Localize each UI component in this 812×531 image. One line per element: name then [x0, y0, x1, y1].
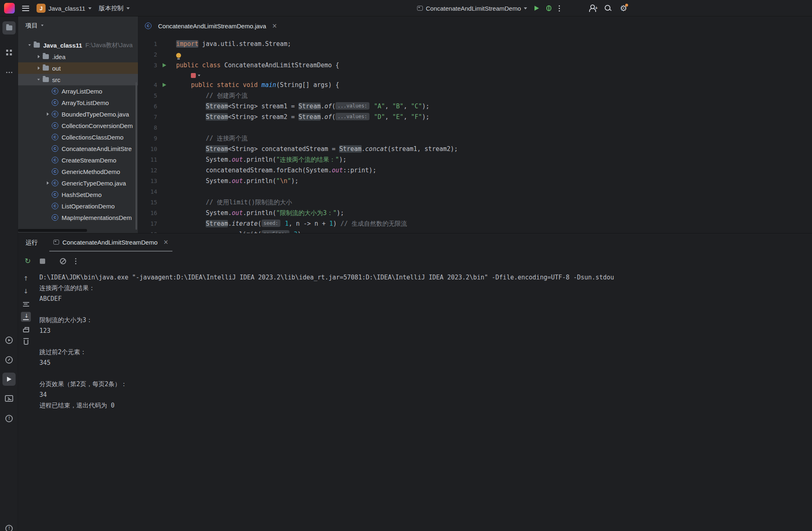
code-text: System.out.println("限制流的大小为3：");: [171, 208, 344, 218]
project-selector[interactable]: J Java_class11: [37, 4, 92, 13]
tree-item[interactable]: CCollectionsClassDemo: [18, 131, 138, 143]
notifications-button[interactable]: [2, 522, 16, 531]
console-line: 34: [39, 389, 812, 400]
code-with-me-button[interactable]: +: [589, 5, 597, 12]
line-number: 17: [138, 218, 157, 229]
code-token: .println(: [243, 209, 276, 217]
run-toolwindow-button[interactable]: [2, 373, 16, 386]
code-vision-row[interactable]: [138, 71, 812, 80]
code-token: static: [217, 81, 239, 89]
run-panel-title: 运行: [25, 239, 38, 247]
clear-output-button[interactable]: [60, 258, 66, 264]
tree-item[interactable]: CCollectionConversionDem: [18, 120, 138, 131]
rerun-button[interactable]: [25, 257, 31, 265]
code-token: [370, 113, 374, 121]
code-editor[interactable]: 1import java.util.stream.Stream;23public…: [138, 35, 812, 233]
tree-item[interactable]: Java_class11F:\Java教材\Java: [18, 39, 138, 51]
run-button[interactable]: [534, 6, 539, 11]
code-token: out: [232, 209, 243, 217]
run-tab[interactable]: ConcatenateAndLimitStreamDemo: [49, 233, 172, 252]
code-token: "A": [374, 103, 385, 110]
editor-tab[interactable]: C ConcatenateAndLimitStreamDemo.java: [145, 16, 277, 35]
search-everywhere-button[interactable]: [604, 5, 612, 12]
more-toolwindows-button[interactable]: [2, 66, 16, 79]
tree-item[interactable]: CHashSetDemo: [18, 189, 138, 200]
app-logo-icon[interactable]: [4, 3, 15, 14]
print-button[interactable]: [21, 325, 31, 334]
project-panel-header[interactable]: 项目: [18, 16, 138, 34]
code-text: System.out.println("\n");: [171, 176, 298, 186]
chevron-down-icon[interactable]: [34, 79, 43, 80]
code-token: Stream: [206, 145, 228, 153]
class-icon: C: [52, 88, 58, 94]
tree-item[interactable]: out: [18, 62, 138, 74]
scroll-to-end-button[interactable]: [21, 312, 31, 322]
code-token: <String> stream1 =: [228, 103, 298, 110]
code-token: [176, 92, 206, 99]
vcs-widget[interactable]: 版本控制: [99, 5, 130, 12]
run-line-gutter[interactable]: [157, 80, 171, 90]
more-actions-button[interactable]: [559, 8, 560, 9]
settings-button[interactable]: [619, 4, 628, 13]
previous-occurrence-button[interactable]: [21, 274, 31, 284]
profiler-toolwindow-button[interactable]: [2, 353, 16, 366]
code-token: Stream: [206, 113, 228, 121]
stop-button[interactable]: [40, 259, 45, 264]
tree-item[interactable]: CArrayListDemo: [18, 85, 138, 97]
run-panel-body: D:\IDEA\JDK\bin\java.exe "-javaagent:D:\…: [18, 270, 812, 531]
chevron-right-icon[interactable]: [34, 66, 43, 70]
project-panel: 项目 Java_class11F:\Java教材\Java.ideaoutsrc…: [18, 16, 138, 233]
code-token: ,: [385, 103, 392, 110]
code-text: // 使用limit()限制流的大小: [171, 197, 292, 208]
chevron-down-icon[interactable]: [25, 44, 34, 46]
tree-item[interactable]: CGenericTypeDemo.java: [18, 177, 138, 189]
tree-vertical-scrollbar[interactable]: [135, 82, 137, 230]
toolbar-left: J Java_class11 版本控制: [4, 0, 130, 16]
run-tab-title: ConcatenateAndLimitStreamDemo: [62, 239, 158, 246]
lightbulb-icon[interactable]: [176, 53, 181, 58]
structure-toolwindow-button[interactable]: [2, 46, 16, 59]
next-occurrence-button[interactable]: [21, 286, 31, 296]
tree-item[interactable]: CArrayToListDemo: [18, 97, 138, 108]
code-text: concatenatedStream.forEach(System.out::p…: [171, 165, 376, 176]
code-token: System.: [176, 209, 232, 217]
debug-button[interactable]: [546, 5, 551, 11]
chevron-down-icon[interactable]: [198, 75, 200, 76]
run-line-gutter[interactable]: [157, 60, 171, 71]
console-line: 连接两个流的结果：: [39, 283, 812, 293]
gutter-slot: [157, 112, 171, 122]
close-icon[interactable]: [272, 22, 277, 30]
line-number: 12: [138, 165, 157, 176]
annotation-icon[interactable]: [191, 73, 196, 78]
problems-toolwindow-button[interactable]: [2, 412, 16, 425]
tree-item[interactable]: CBoundedTypeDemo.java: [18, 108, 138, 120]
more-actions-icon: [559, 8, 560, 9]
tree-item[interactable]: src: [18, 74, 138, 85]
chevron-right-icon[interactable]: [44, 112, 52, 116]
main-menu-button[interactable]: [22, 6, 29, 11]
tree-item[interactable]: CListOperationDemo: [18, 200, 138, 212]
console-line: [39, 304, 812, 315]
services-toolwindow-button[interactable]: [2, 334, 16, 347]
tree-horizontal-scrollbar[interactable]: [18, 229, 87, 232]
chevron-right-icon[interactable]: [44, 181, 52, 185]
class-icon: C: [52, 214, 58, 221]
run-toolbar: [18, 252, 812, 270]
console-more-button[interactable]: [75, 261, 76, 262]
tree-item[interactable]: CGenericMethodDemo: [18, 166, 138, 177]
project-toolwindow-button[interactable]: [2, 21, 16, 34]
folder-icon: [6, 25, 12, 30]
clear-console-button[interactable]: [21, 337, 31, 347]
gutter-slot: [157, 122, 171, 133]
console-output[interactable]: D:\IDEA\JDK\bin\java.exe "-javaagent:D:\…: [34, 270, 812, 531]
tree-item[interactable]: CCreateStreamDemo: [18, 154, 138, 166]
terminal-toolwindow-button[interactable]: [2, 392, 16, 405]
chevron-right-icon[interactable]: [34, 55, 43, 58]
code-text: [171, 49, 181, 60]
tree-item[interactable]: CConcatenateAndLimitStre: [18, 143, 138, 154]
close-icon[interactable]: [163, 238, 169, 246]
tree-item[interactable]: .idea: [18, 51, 138, 62]
run-configuration-selector[interactable]: ConcatenateAndLimitStreamDemo: [417, 5, 527, 12]
tree-item[interactable]: CMapImplementationsDem: [18, 212, 138, 223]
soft-wrap-button[interactable]: [21, 299, 31, 309]
